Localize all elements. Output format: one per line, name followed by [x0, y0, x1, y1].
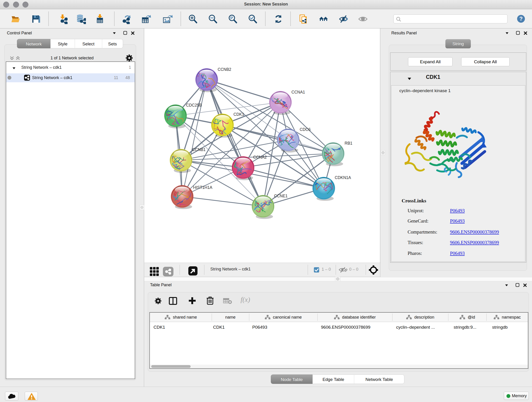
svg-text:HIST1H1A: HIST1H1A — [193, 185, 212, 190]
svg-text:CCNB2: CCNB2 — [218, 67, 231, 72]
svg-text:?: ? — [519, 16, 523, 22]
svg-text:CCNA1: CCNA1 — [291, 90, 305, 95]
svg-text:CDC6: CDC6 — [300, 127, 311, 132]
svg-text:CCNA2: CCNA2 — [253, 155, 267, 160]
svg-text:CDK1: CDK1 — [234, 112, 244, 117]
svg-text:RB1: RB1 — [345, 141, 352, 146]
svg-text:CDKN1A: CDKN1A — [335, 175, 351, 180]
svg-text:CCNB1: CCNB1 — [192, 147, 206, 152]
svg-text:CDC25B: CDC25B — [186, 103, 202, 108]
svg-text:CCNE1: CCNE1 — [274, 194, 288, 198]
